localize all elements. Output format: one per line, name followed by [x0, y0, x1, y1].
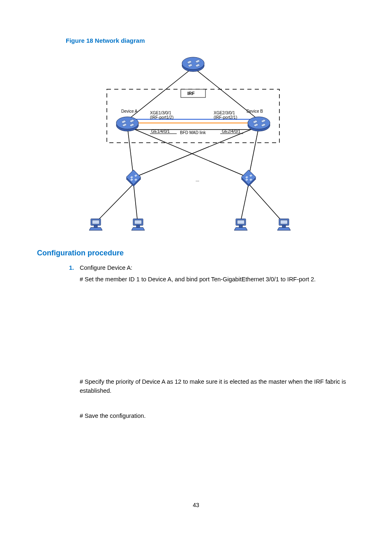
svg-rect-27	[134, 220, 142, 224]
irfport1-label: (IRF-port1/2)	[150, 115, 173, 120]
svg-rect-24	[92, 220, 99, 224]
ge1-label: GE1/4/0/1	[151, 129, 170, 134]
svg-line-15	[240, 184, 249, 223]
ge2-label: GE2/4/0/1	[222, 129, 240, 134]
svg-rect-31	[239, 225, 242, 227]
step-line-3: # Save the configuration.	[80, 411, 359, 420]
svg-rect-34	[282, 225, 286, 227]
irfport2-label: (IRF-port2/1)	[214, 115, 237, 120]
svg-rect-33	[280, 220, 288, 224]
svg-rect-30	[237, 220, 244, 224]
svg-line-11	[249, 126, 259, 178]
svg-point-22	[248, 117, 270, 129]
step-title: Configure Device A:	[80, 263, 359, 272]
device-a-label: Device A	[121, 109, 137, 114]
step-1: 1. Configure Device A: # Set the member …	[66, 263, 359, 423]
network-diagram: IRF Device A Device B XGE1/3/0/1 (IRF-po…	[66, 48, 296, 237]
svg-rect-28	[136, 225, 140, 227]
svg-line-9	[127, 126, 134, 178]
ellipsis-label: ...	[196, 177, 199, 182]
svg-line-13	[95, 184, 134, 223]
svg-line-16	[249, 184, 284, 223]
bfd-label: BFD MAD link	[180, 130, 206, 135]
svg-line-14	[134, 184, 138, 223]
svg-point-20	[116, 117, 138, 129]
page-number: 43	[0, 502, 392, 508]
irf-label: IRF	[187, 91, 195, 96]
xge1-label: XGE1/3/0/1	[150, 111, 171, 115]
device-b-label: Device B	[247, 109, 263, 114]
step-line-1: # Set the member ID 1 to Device A, and b…	[80, 275, 359, 284]
svg-rect-25	[94, 225, 97, 227]
section-heading: Configuration procedure	[37, 249, 359, 257]
figure-title: Figure 18 Network diagram	[66, 37, 359, 44]
step-number: 1.	[66, 263, 74, 423]
step-line-2: # Specify the priority of Device A as 12…	[80, 377, 359, 396]
xge2-label: XGE2/3/0/1	[214, 111, 235, 115]
svg-point-18	[182, 57, 204, 70]
